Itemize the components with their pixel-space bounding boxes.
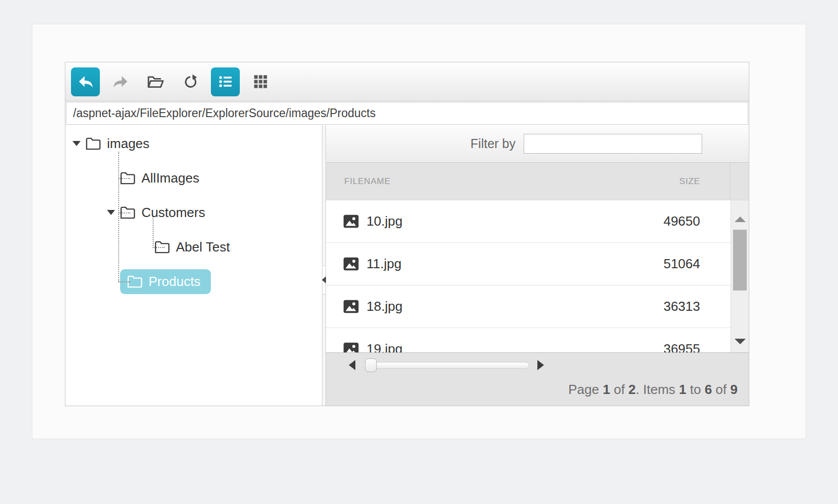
- list-view-button[interactable]: [211, 67, 240, 96]
- address-input[interactable]: [66, 102, 748, 125]
- file-row[interactable]: 18.jpg36313: [326, 285, 749, 328]
- collapse-arrow-icon[interactable]: [107, 210, 120, 215]
- pager-number: 9: [731, 382, 738, 397]
- file-size: 36955: [599, 341, 700, 352]
- grid-view-button[interactable]: [246, 67, 275, 96]
- pager-text: Page: [568, 382, 603, 397]
- explorer-toolbar: [65, 62, 749, 101]
- file-name: 19.jpg: [367, 341, 599, 352]
- file-grid-pane: Filter by FILENAME SIZE 10.jpg4965011.jp…: [326, 125, 749, 406]
- address-bar: [65, 101, 749, 125]
- list-view-icon: [217, 74, 234, 90]
- horizontal-scroll-track[interactable]: [363, 362, 529, 369]
- forward-arrow-icon: [112, 74, 129, 90]
- column-header-size[interactable]: SIZE: [599, 176, 700, 187]
- tree-node-products[interactable]: Products: [65, 264, 322, 299]
- file-size: 51064: [599, 256, 700, 272]
- explorer-content: imagesAllImagesCustomersAbel TestProduct…: [65, 125, 749, 406]
- selected-node-highlight: Products: [120, 269, 211, 294]
- image-file-icon: [343, 342, 359, 352]
- vertical-scroll-thumb[interactable]: [733, 230, 747, 291]
- folder-icon: [127, 275, 142, 288]
- tree-node-images[interactable]: images: [65, 126, 322, 161]
- column-header-filename[interactable]: FILENAME: [344, 176, 599, 187]
- filter-label: Filter by: [470, 136, 516, 151]
- demo-card: imagesAllImagesCustomersAbel TestProduct…: [32, 24, 806, 439]
- folder-icon: [120, 172, 135, 185]
- file-rows: 10.jpg4965011.jpg5106418.jpg3631319.jpg3…: [326, 200, 749, 352]
- folder-icon: [120, 206, 135, 219]
- tree-node-label: AllImages: [141, 170, 199, 186]
- scroll-right-arrow-icon[interactable]: [537, 360, 544, 370]
- pager-text: to: [686, 382, 705, 397]
- pager-number: 1: [679, 382, 686, 397]
- grid-view-icon: [252, 74, 269, 90]
- pane-splitter[interactable]: [322, 125, 326, 406]
- pager-number: 1: [603, 382, 610, 397]
- horizontal-scroll-thumb[interactable]: [365, 358, 377, 372]
- tree-node-label: images: [107, 136, 150, 152]
- file-name: 10.jpg: [367, 213, 599, 229]
- image-file-icon: [343, 257, 359, 271]
- pager-text: . Items: [636, 382, 679, 397]
- grid-footer: Page 1 of 2. Items 1 to 6 of 9: [326, 352, 749, 406]
- back-arrow-icon: [77, 74, 94, 90]
- image-file-icon: [343, 214, 359, 228]
- scroll-left-arrow-icon[interactable]: [349, 360, 355, 370]
- file-name: 18.jpg: [367, 299, 599, 314]
- refresh-icon: [182, 74, 199, 90]
- tree-node-label: Products: [149, 274, 201, 290]
- tree-node-abel-test[interactable]: Abel Test: [65, 230, 322, 264]
- file-explorer: imagesAllImagesCustomersAbel TestProduct…: [65, 62, 749, 406]
- pager-status: Page 1 of 2. Items 1 to 6 of 9: [568, 382, 738, 398]
- tree-node-label: Abel Test: [176, 239, 230, 255]
- file-size: 49650: [599, 213, 700, 229]
- vertical-scrollbar[interactable]: [731, 200, 749, 352]
- pager-text: of: [712, 382, 730, 397]
- scroll-down-arrow-icon[interactable]: [735, 339, 746, 344]
- collapse-arrow-icon[interactable]: [72, 141, 86, 146]
- forward-button[interactable]: [106, 67, 135, 96]
- tree-node-label: Customers: [141, 205, 205, 221]
- file-size: 36313: [599, 299, 700, 314]
- header-separator: [730, 163, 731, 200]
- open-folder-icon: [147, 74, 164, 90]
- folder-icon: [155, 241, 170, 254]
- open-folder-button[interactable]: [141, 67, 170, 96]
- file-row[interactable]: 19.jpg36955: [326, 328, 749, 352]
- grid-header: FILENAME SIZE: [326, 163, 749, 200]
- filter-input[interactable]: [524, 134, 702, 154]
- file-row[interactable]: 11.jpg51064: [326, 243, 749, 285]
- refresh-button[interactable]: [176, 67, 205, 96]
- tree-node-allimages[interactable]: AllImages: [65, 161, 322, 195]
- splitter-collapse-handle[interactable]: [322, 265, 326, 295]
- folder-icon: [86, 137, 101, 150]
- scroll-up-arrow-icon[interactable]: [735, 217, 746, 222]
- filter-bar: Filter by: [326, 125, 749, 163]
- pager-text: of: [610, 382, 628, 397]
- folder-tree: imagesAllImagesCustomersAbel TestProduct…: [65, 125, 322, 406]
- pager-number: 2: [629, 382, 636, 397]
- pager-number: 6: [705, 382, 712, 397]
- image-file-icon: [343, 300, 359, 313]
- back-button[interactable]: [71, 67, 100, 96]
- file-list: 10.jpg4965011.jpg5106418.jpg3631319.jpg3…: [326, 200, 749, 352]
- horizontal-scrollbar: [349, 360, 544, 370]
- file-name: 11.jpg: [367, 256, 599, 272]
- file-row[interactable]: 10.jpg49650: [326, 200, 749, 243]
- tree-node-customers[interactable]: Customers: [65, 195, 322, 230]
